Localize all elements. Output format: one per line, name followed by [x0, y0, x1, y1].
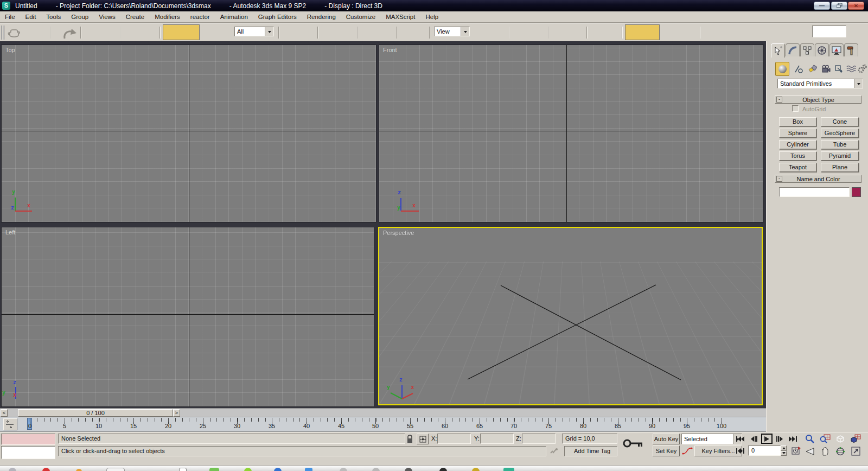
dock-icon[interactable]	[305, 468, 312, 471]
tab-display[interactable]	[829, 43, 844, 56]
named-selection-field[interactable]	[812, 26, 846, 37]
frame-spinner[interactable]	[781, 445, 787, 456]
menu-item-group[interactable]: Group	[71, 14, 88, 20]
menu-item-help[interactable]: Help	[425, 14, 438, 20]
category-geometry-button[interactable]	[775, 62, 789, 76]
zoom-button[interactable]	[803, 433, 817, 444]
viewport-left[interactable]: Left z x y	[1, 227, 374, 407]
maxscript-mini-listener-white[interactable]	[1, 446, 55, 459]
geosphere-button[interactable]: GeoSphere	[821, 129, 859, 138]
menu-item-reactor[interactable]: reactor	[190, 14, 210, 20]
collapse-icon[interactable]: -	[776, 176, 782, 182]
zoom-extents-button[interactable]	[833, 433, 847, 444]
spinner-down-icon[interactable]	[781, 451, 787, 456]
viewport-perspective-label[interactable]: Perspective	[383, 230, 414, 236]
play-animation-button[interactable]	[761, 434, 773, 444]
maximize-viewport-toggle-button[interactable]	[848, 445, 863, 457]
viewport-front-label[interactable]: Front	[383, 47, 397, 53]
viewport-top-label[interactable]: Top	[5, 47, 15, 53]
selection-lock-toggle[interactable]	[406, 435, 413, 444]
z-coordinate-field[interactable]	[522, 434, 556, 444]
dock-icon[interactable]	[472, 468, 480, 471]
next-frame-button[interactable]	[774, 434, 786, 444]
menu-item-file[interactable]: File	[5, 14, 15, 20]
key-mode-dropdown[interactable]: Selected	[681, 434, 742, 444]
menu-item-animation[interactable]: Animation	[220, 14, 248, 20]
teapot-icon[interactable]	[8, 28, 22, 40]
dropdown-arrow-icon[interactable]	[461, 27, 469, 36]
menu-item-edit[interactable]: Edit	[25, 14, 36, 20]
menu-item-modifiers[interactable]: Modifiers	[155, 14, 180, 20]
cylinder-button[interactable]: Cylinder	[779, 140, 816, 149]
plane-button[interactable]: Plane	[821, 163, 859, 172]
dock-icon[interactable]	[372, 468, 380, 471]
torus-button[interactable]: Torus	[779, 151, 816, 161]
zoom-all-button[interactable]	[818, 433, 832, 444]
autogrid-checkbox[interactable]	[792, 105, 799, 112]
dropdown-arrow-icon[interactable]	[854, 79, 863, 88]
previous-frame-button[interactable]	[748, 434, 760, 444]
teapot-button[interactable]: Teapot	[779, 163, 816, 172]
maxscript-mini-listener-pink[interactable]	[1, 434, 55, 445]
field-of-view-button[interactable]	[803, 445, 817, 457]
y-coordinate-field[interactable]	[480, 434, 514, 444]
time-slider-handle[interactable]: 0 / 100	[18, 409, 173, 417]
menu-item-customize[interactable]: Customize	[346, 14, 375, 20]
auto-key-button[interactable]: Auto Key	[653, 434, 680, 444]
spinner-up-icon[interactable]	[781, 445, 787, 451]
toolbar-drag-handle[interactable]	[1, 26, 4, 40]
menu-item-views[interactable]: Views	[99, 14, 115, 20]
tab-create[interactable]	[771, 43, 785, 58]
viewport-top[interactable]: Top y z x	[1, 44, 376, 222]
dock-icon[interactable]	[9, 468, 16, 471]
dock-icon[interactable]	[405, 468, 412, 471]
dock-icon[interactable]	[76, 469, 82, 471]
viewport-left-label[interactable]: Left	[5, 229, 15, 236]
tab-modify[interactable]	[786, 43, 800, 56]
collapse-icon[interactable]: -	[776, 97, 782, 103]
object-name-field[interactable]	[779, 187, 850, 197]
close-button[interactable]: ✕	[848, 2, 864, 10]
dock-icon[interactable]	[179, 468, 187, 471]
go-to-end-button[interactable]	[787, 434, 799, 444]
pan-view-button[interactable]	[818, 445, 832, 457]
category-cameras-button[interactable]	[819, 62, 833, 76]
add-time-tag-button[interactable]: Add Time Tag	[564, 446, 617, 456]
object-type-rollout-header[interactable]: - Object Type	[775, 96, 861, 104]
sphere-button[interactable]: Sphere	[779, 129, 816, 138]
key-mode-toggle-button[interactable]	[735, 445, 746, 456]
communicator-icon[interactable]	[550, 448, 558, 456]
dock-icon[interactable]	[244, 468, 252, 471]
category-shapes-button[interactable]	[792, 62, 806, 76]
menu-item-maxscript[interactable]: MAXScript	[386, 14, 415, 20]
toolbar-flyout-button[interactable]	[163, 24, 200, 40]
dock-icon[interactable]	[209, 468, 219, 471]
dock-icon[interactable]	[106, 468, 125, 471]
menu-item-create[interactable]: Create	[126, 14, 145, 20]
primitives-category-dropdown[interactable]: Standard Primitives	[777, 79, 863, 88]
dropdown-arrow-icon[interactable]	[265, 27, 273, 36]
object-color-swatch[interactable]	[852, 187, 861, 197]
tab-motion[interactable]	[815, 43, 829, 56]
category-lights-button[interactable]	[806, 62, 820, 76]
mini-curve-editor-button[interactable]	[3, 418, 17, 430]
time-configuration-button[interactable]	[792, 447, 801, 456]
tab-hierarchy[interactable]	[800, 43, 814, 56]
minimize-button[interactable]: —	[814, 2, 830, 10]
toolbar-flyout-button[interactable]	[625, 24, 660, 40]
category-systems-button[interactable]	[856, 62, 868, 76]
track-bar[interactable]: 0 5 10 15 20 25 30 35 40 45 50 55 60 65 …	[0, 417, 766, 432]
viewport-perspective-active[interactable]: Perspective z y x	[378, 227, 763, 405]
name-and-color-rollout-header[interactable]: - Name and Color	[775, 175, 861, 183]
cone-button[interactable]: Cone	[821, 117, 859, 126]
menu-item-graph-editors[interactable]: Graph Editors	[258, 14, 297, 20]
dock-icon[interactable]	[42, 468, 50, 471]
menu-item-rendering[interactable]: Rendering	[307, 14, 336, 20]
dock-icon[interactable]	[439, 468, 447, 471]
redo-arrow-icon[interactable]	[61, 27, 77, 41]
dock-icon[interactable]	[503, 468, 514, 471]
dock-icon[interactable]	[274, 468, 282, 471]
time-slider-prev-button[interactable]: <	[1, 409, 8, 417]
default-tangent-curve-icon[interactable]	[682, 447, 693, 456]
x-coordinate-field[interactable]	[437, 434, 471, 444]
